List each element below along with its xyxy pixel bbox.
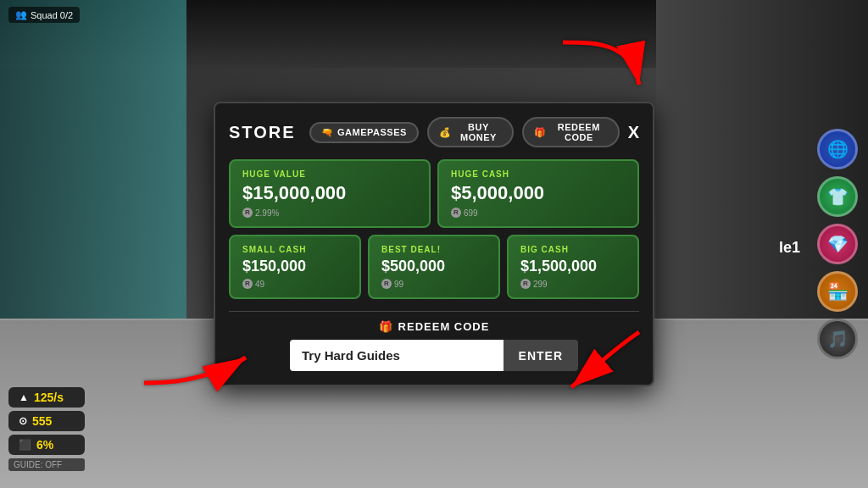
redeem-code-header-button[interactable]: 🎁 REDEEM CODE — [522, 117, 620, 147]
robux-icon-1: R — [242, 208, 253, 218]
best-deal-price: $500,000 — [381, 258, 487, 275]
huge-value-price: $15,000,000 — [242, 182, 417, 204]
redeem-label: 🎁 REDEEM CODE — [379, 320, 490, 333]
products-row2: SMALL CASH $150,000 R 49 BEST DEAL! $500… — [229, 235, 639, 299]
best-deal-badge: R 99 — [381, 279, 487, 289]
big-cash-label: BIG CASH — [520, 245, 626, 254]
gamepasses-icon: 🔫 — [321, 127, 334, 138]
robux-icon-5: R — [520, 279, 531, 289]
redeem-header-icon: 🎁 — [534, 127, 547, 138]
huge-value-label: HUGE VALUE — [242, 169, 417, 179]
robux-icon-4: R — [381, 279, 392, 289]
huge-value-badge: R 2.99% — [242, 208, 417, 218]
redeem-section-text: REDEEM CODE — [398, 320, 490, 333]
products-row1: HUGE VALUE $15,000,000 R 2.99% HUGE CASH… — [229, 159, 639, 228]
product-huge-value[interactable]: HUGE VALUE $15,000,000 R 2.99% — [229, 159, 431, 228]
section-divider — [229, 311, 639, 312]
small-cash-price: $150,000 — [242, 258, 348, 275]
buy-money-icon: 💰 — [439, 127, 452, 138]
best-deal-label: BEST DEAL! — [381, 245, 487, 254]
huge-cash-label: HUGE CASH — [451, 169, 626, 179]
best-deal-badge-text: 99 — [394, 280, 403, 289]
modal-header: STORE 🔫 GAMEPASSES 💰 BUY MONEY 🎁 REDEEM … — [229, 117, 639, 147]
small-cash-badge: R 49 — [242, 279, 348, 289]
close-button[interactable]: X — [628, 124, 639, 141]
store-modal: STORE 🔫 GAMEPASSES 💰 BUY MONEY 🎁 REDEEM … — [214, 102, 654, 386]
big-cash-price: $1,500,000 — [520, 258, 626, 275]
huge-cash-badge-text: 699 — [464, 208, 478, 218]
small-cash-badge-text: 49 — [255, 280, 264, 289]
redeem-row: ENTER — [290, 340, 578, 371]
redeem-section-icon: 🎁 — [379, 320, 393, 333]
gamepasses-label: GAMEPASSES — [337, 127, 407, 137]
product-big-cash[interactable]: BIG CASH $1,500,000 R 299 — [507, 235, 639, 299]
product-small-cash[interactable]: SMALL CASH $150,000 R 49 — [229, 235, 361, 299]
big-cash-badge: R 299 — [520, 279, 626, 289]
product-best-deal[interactable]: BEST DEAL! $500,000 R 99 — [368, 235, 500, 299]
buy-money-button[interactable]: 💰 BUY MONEY — [427, 117, 514, 147]
enter-button[interactable]: ENTER — [504, 340, 578, 371]
redeem-section: 🎁 REDEEM CODE ENTER — [229, 320, 639, 371]
redeem-code-input[interactable] — [290, 340, 504, 371]
modal-overlay: STORE 🔫 GAMEPASSES 💰 BUY MONEY 🎁 REDEEM … — [0, 0, 868, 488]
robux-icon-2: R — [451, 208, 461, 218]
huge-cash-badge: R 699 — [451, 208, 626, 218]
small-cash-label: SMALL CASH — [242, 245, 348, 254]
store-title: STORE — [229, 123, 296, 142]
robux-icon-3: R — [242, 279, 253, 289]
buy-money-label: BUY MONEY — [455, 122, 501, 142]
product-huge-cash[interactable]: HUGE CASH $5,000,000 R 699 — [437, 159, 639, 228]
big-cash-badge-text: 299 — [533, 280, 548, 289]
huge-cash-price: $5,000,000 — [451, 182, 626, 204]
huge-value-badge-text: 2.99% — [255, 208, 279, 218]
redeem-header-label: REDEEM CODE — [550, 122, 608, 142]
gamepasses-button[interactable]: 🔫 GAMEPASSES — [309, 122, 419, 143]
